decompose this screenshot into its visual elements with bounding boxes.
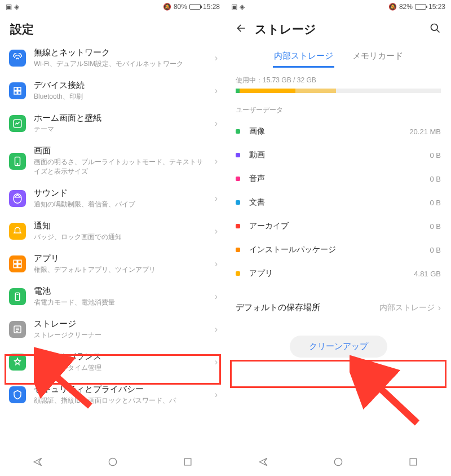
row-title: サウンド [34, 188, 207, 199]
row-title: アプリ [34, 253, 207, 264]
category-color-dot [236, 248, 240, 252]
chevron-right-icon: › [215, 193, 218, 204]
category-row[interactable]: アプリ4.81 GB [226, 262, 451, 285]
settings-screen: ▣ ◈ 🔕 80% 15:28 設定 無線とネットワークWi-Fi、デュアルSI… [0, 0, 226, 476]
row-subtitle: 省電力モード、電池消費量 [34, 298, 207, 307]
chevron-right-icon: › [215, 156, 218, 166]
category-name: インストールパッケージ [249, 245, 430, 255]
page-title: 設定 [10, 21, 34, 37]
settings-row-6[interactable]: アプリ権限、デフォルトアプリ、ツインアプリ› [0, 248, 226, 280]
row-icon [9, 255, 26, 272]
svg-rect-10 [18, 265, 21, 268]
settings-row-3[interactable]: 画面画面の明るさ、ブルーライトカットモード、テキストサイズと表示サイズ› [0, 140, 226, 182]
category-row[interactable]: インストールパッケージ0 B [226, 238, 451, 262]
svg-rect-9 [14, 265, 17, 268]
settings-row-8[interactable]: ストレージストレージクリーナー› [0, 313, 226, 346]
sim-icon: ▣ [231, 3, 237, 11]
default-location-value: 内部ストレージ [379, 303, 435, 313]
row-icon [9, 354, 26, 371]
clock: 15:28 [203, 3, 220, 11]
category-color-dot [236, 224, 240, 228]
category-value: 0 B [430, 175, 441, 183]
category-value: 20.21 MB [409, 127, 441, 136]
back-icon[interactable] [236, 23, 247, 36]
chevron-right-icon: › [215, 118, 218, 129]
tab-internal-storage[interactable]: 内部ストレージ [273, 46, 334, 68]
row-icon [9, 153, 26, 170]
wifi-icon: ◈ [240, 3, 245, 11]
category-color-dot [236, 200, 240, 205]
header: 設定 [0, 14, 226, 42]
settings-row-2[interactable]: ホーム画面と壁紙テーマ› [0, 107, 226, 140]
status-bar: ▣ ◈ 🔕 80% 15:28 [0, 0, 226, 14]
category-row[interactable]: アーカイブ0 B [226, 214, 451, 238]
nav-back-icon[interactable] [258, 456, 269, 470]
category-name: 音声 [249, 174, 430, 184]
row-title: ホーム画面と壁紙 [34, 113, 207, 124]
settings-row-7[interactable]: 電池省電力モード、電池消費量› [0, 280, 226, 313]
chevron-right-icon: › [438, 303, 441, 313]
settings-row-1[interactable]: デバイス接続Bluetooth、印刷› [0, 74, 226, 107]
sim-icon: ▣ [6, 3, 12, 11]
user-data-label: ユーザーデータ [226, 93, 451, 120]
row-subtitle: 通知の鳴動制限、着信音、バイブ [34, 200, 207, 209]
row-icon [9, 321, 26, 338]
row-subtitle: Bluetooth、印刷 [34, 92, 207, 102]
nav-home-icon[interactable] [107, 456, 118, 470]
row-title: 無線とネットワーク [34, 47, 207, 58]
nav-back-icon[interactable] [32, 456, 43, 470]
default-location-label: デフォルトの保存場所 [236, 302, 320, 313]
row-icon [9, 50, 26, 67]
settings-row-0[interactable]: 無線とネットワークWi-Fi、デュアルSIM設定、モバイルネットワーク› [0, 42, 226, 74]
mute-icon: 🔕 [163, 3, 171, 11]
category-value: 0 B [430, 246, 441, 254]
row-title: ストレージ [34, 319, 207, 329]
settings-row-9[interactable]: デジタルバランススクリーンタイム管理› [0, 346, 226, 378]
category-row[interactable]: 動画0 B [226, 143, 451, 167]
default-location-row[interactable]: デフォルトの保存場所 内部ストレージ › [226, 293, 451, 322]
row-title: 画面 [34, 146, 207, 156]
settings-row-4[interactable]: サウンド通知の鳴動制限、着信音、バイブ› [0, 182, 226, 215]
tab-memory-card[interactable]: メモリカード [351, 46, 404, 68]
category-color-dot [236, 177, 240, 181]
cleanup-button[interactable]: クリーンアップ [290, 336, 387, 358]
svg-rect-3 [18, 91, 21, 94]
chevron-right-icon: › [215, 324, 218, 334]
svg-point-6 [17, 163, 18, 164]
category-value: 0 B [430, 199, 441, 207]
android-nav [226, 450, 451, 476]
settings-row-10[interactable]: セキュリティとプライバシー顔認証、指紋ID、画面ロックとパスワード、パ› [0, 378, 226, 411]
category-row[interactable]: 画像20.21 MB [226, 120, 451, 143]
category-name: アーカイブ [249, 221, 430, 231]
usage-bar [236, 89, 441, 93]
row-title: デバイス接続 [34, 80, 207, 91]
battery-pct: 82% [399, 3, 413, 11]
category-row[interactable]: 音声0 B [226, 167, 451, 191]
svg-point-16 [334, 458, 342, 465]
svg-rect-14 [184, 459, 191, 465]
chevron-right-icon: › [215, 390, 218, 400]
chevron-right-icon: › [215, 259, 218, 269]
chevron-right-icon: › [215, 53, 218, 63]
settings-row-5[interactable]: 通知バッジ、ロック画面での通知› [0, 215, 226, 248]
battery-icon [415, 4, 426, 10]
wifi-icon: ◈ [14, 3, 19, 11]
search-icon[interactable] [430, 23, 441, 36]
svg-rect-7 [14, 260, 17, 263]
svg-rect-8 [18, 260, 21, 263]
nav-recent-icon[interactable] [408, 456, 419, 470]
category-color-dot [236, 153, 240, 157]
category-list: 画像20.21 MB動画0 B音声0 B文書0 Bアーカイブ0 Bインストールパ… [226, 120, 451, 285]
chevron-right-icon: › [215, 86, 218, 96]
nav-recent-icon[interactable] [182, 456, 193, 470]
android-nav [0, 450, 226, 476]
category-value: 0 B [430, 151, 441, 160]
svg-rect-17 [410, 459, 417, 465]
row-subtitle: 権限、デフォルトアプリ、ツインアプリ [34, 265, 207, 275]
nav-home-icon[interactable] [333, 456, 344, 470]
category-name: 動画 [249, 150, 430, 160]
category-row[interactable]: 文書0 B [226, 191, 451, 214]
category-name: 文書 [249, 197, 430, 208]
row-icon [9, 386, 26, 403]
svg-rect-1 [18, 87, 21, 90]
